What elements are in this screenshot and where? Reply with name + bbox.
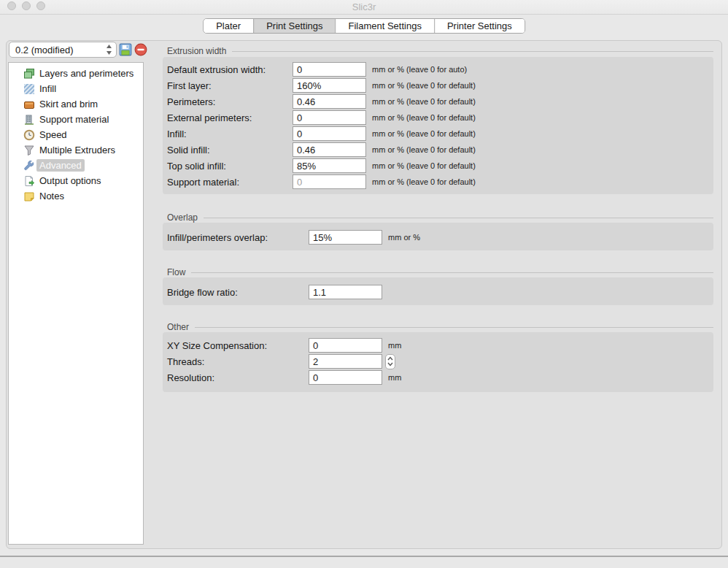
option-row: Infill/perimeters overlap: mm or % [167,229,713,245]
bridge-flow-ratio-label: Bridge flow ratio: [167,287,309,298]
tree-item-label: Layers and perimeters [39,68,133,79]
section-header-other: Other [163,321,713,332]
save-preset-button[interactable] [119,43,132,56]
tree-item-output-options[interactable]: Output options [9,173,143,188]
tab-filament-settings[interactable]: Filament Settings [335,19,433,33]
infill-perimeters-overlap-input[interactable] [309,230,382,245]
tree-item-label: Speed [39,129,67,140]
minus-circle-icon [134,43,147,56]
settings-tab-bar: Plater Print Settings Filament Settings … [203,18,525,34]
tree-item-label: Infill [39,83,56,94]
top-solid-infill-input[interactable] [293,158,366,173]
section-title: Flow [167,267,185,277]
external-perimeters-input[interactable] [293,110,366,125]
infill-icon [23,83,35,95]
title-bar: Slic3r [0,0,728,15]
option-hint: mm or % (leave 0 for auto) [372,65,467,74]
section-title: Extrusion width [167,46,226,56]
tree-item-label: Advanced [36,159,85,172]
floppy-disk-icon [119,43,132,56]
preset-select[interactable]: 0.2 (modified) [9,42,117,58]
extruders-icon [23,145,35,156]
tree-item-label: Output options [39,175,101,186]
default-extrusion-width-input[interactable] [293,62,366,77]
tree-item-label: Skirt and brim [39,99,98,110]
section-rule [191,272,713,273]
solid-infill-input[interactable] [293,142,366,157]
option-row: Infill: mm or % (leave 0 for default) [167,126,713,142]
support-material-input[interactable] [293,174,366,189]
section-title: Other [167,322,189,332]
resolution-label: Resolution: [167,372,309,383]
section-header-extrusion-width: Extrusion width [163,45,713,56]
section-panel-other: XY Size Compensation: mm Threads: Resolu… [163,332,713,392]
bridge-flow-ratio-input[interactable] [309,285,382,299]
tab-plater[interactable]: Plater [204,19,253,33]
delete-preset-button[interactable] [134,43,147,56]
option-hint: mm or % [388,233,420,242]
support-material-label: Support material: [167,177,293,188]
option-row: Perimeters: mm or % (leave 0 for default… [167,93,713,110]
tree-item-support-material[interactable]: Support material [9,112,143,127]
perimeters-input[interactable] [293,94,366,109]
speed-icon [23,129,35,141]
stepper-chevrons-icon [387,356,393,366]
option-hint: mm or % (leave 0 for default) [372,81,476,90]
section-title: Overlap [167,212,198,223]
top-solid-infill-label: Top solid infill: [167,161,293,172]
skirt-icon [23,99,35,110]
section-rule [195,327,713,328]
default-extrusion-width-label: Default extrusion width: [167,64,293,75]
print-settings-page: 0.2 (modified) [6,40,722,549]
option-row: Support material: mm or % (leave 0 for d… [167,174,713,190]
section-header-overlap: Overlap [163,212,713,223]
section-panel-extrusion-width: Default extrusion width: mm or % (leave … [163,57,713,194]
options-area: Extrusion width Default extrusion width:… [163,41,713,550]
section-header-flow: Flow [163,266,713,277]
option-row: Solid infill: mm or % (leave 0 for defau… [167,142,713,158]
section-panel-overlap: Infill/perimeters overlap: mm or % [163,223,713,250]
option-hint: mm [388,341,401,350]
threads-input[interactable] [309,354,382,369]
first-layer-input[interactable] [293,78,366,93]
perimeters-label: Perimeters: [167,96,293,107]
window-title: Slic3r [0,1,728,12]
threads-stepper[interactable] [385,354,395,369]
tree-item-skirt-and-brim[interactable]: Skirt and brim [9,96,143,112]
tree-item-notes[interactable]: Notes [9,188,143,204]
option-row: Default extrusion width: mm or % (leave … [167,61,713,77]
option-hint: mm [388,373,401,382]
external-perimeters-label: External perimeters: [167,112,293,123]
section-panel-flow: Bridge flow ratio: [163,277,713,305]
option-row: Threads: [167,353,713,369]
section-rule [204,218,713,218]
tree-item-layers-and-perimeters[interactable]: Layers and perimeters [9,66,143,81]
option-hint: mm or % (leave 0 for default) [372,177,476,186]
infill-input[interactable] [293,126,366,141]
layers-icon [23,68,35,80]
infill-label: Infill: [167,128,293,139]
tab-print-settings[interactable]: Print Settings [253,19,335,33]
support-icon [23,114,35,126]
preset-row: 0.2 (modified) [9,42,147,58]
solid-infill-label: Solid infill: [167,145,293,156]
resolution-input[interactable] [309,370,382,385]
tree-item-label: Support material [39,114,109,125]
tab-bar-area: Plater Print Settings Filament Settings … [0,15,728,40]
output-icon [23,175,35,187]
tree-item-multiple-extruders[interactable]: Multiple Extruders [9,142,143,158]
xy-size-compensation-input[interactable] [309,338,382,353]
option-row: Resolution: mm [167,369,713,385]
tree-item-advanced[interactable]: Advanced [9,158,143,173]
status-bar [0,557,728,568]
notes-icon [23,191,35,202]
section-rule [232,51,713,52]
tree-item-speed[interactable]: Speed [9,127,143,142]
option-row: External perimeters: mm or % (leave 0 fo… [167,110,713,126]
option-hint: mm or % (leave 0 for default) [372,161,476,170]
option-row: First layer: mm or % (leave 0 for defaul… [167,77,713,93]
tree-item-infill[interactable]: Infill [9,81,143,96]
option-hint: mm or % (leave 0 for default) [372,129,476,138]
xy-size-compensation-label: XY Size Compensation: [167,340,309,351]
tab-printer-settings[interactable]: Printer Settings [434,19,524,33]
